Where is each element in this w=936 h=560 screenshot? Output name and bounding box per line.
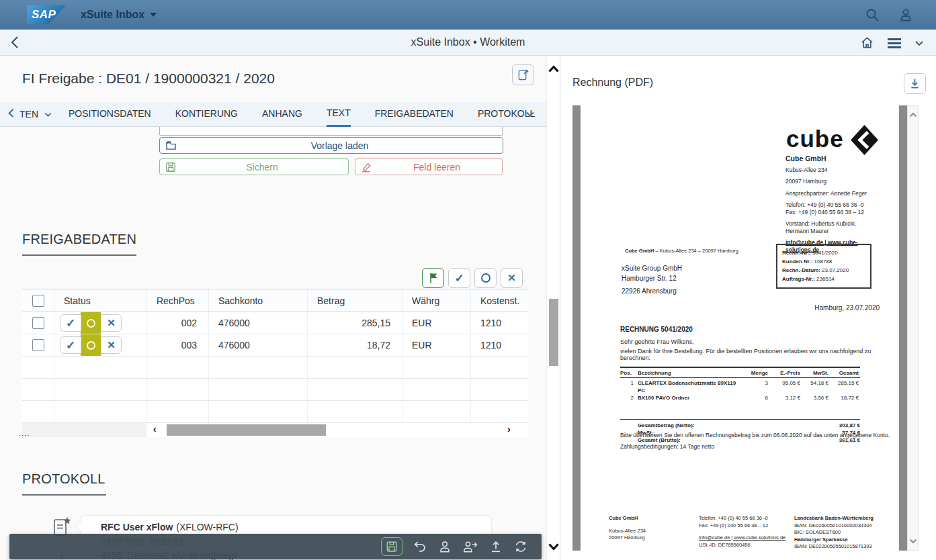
sap-logo[interactable]: SAP [27, 5, 66, 24]
invoice-heading: RECHNUNG 5041/2020 [620, 326, 693, 333]
home-icon[interactable] [860, 36, 874, 50]
flag-icon [428, 272, 439, 284]
chevron-down-icon[interactable] [914, 38, 924, 48]
tab-freigabedaten[interactable]: FREIGABEDATEN [375, 102, 454, 127]
tab-kontierung[interactable]: KONTIERUNG [175, 102, 238, 127]
flag-button[interactable] [422, 268, 444, 288]
scrollbar-thumb[interactable] [167, 424, 326, 436]
pdf-page: cube Cube GmbH Kubus-Allee 234 20097 Ham… [581, 105, 899, 551]
cube-logo-icon [851, 125, 878, 158]
button-label: Sichern [176, 162, 348, 173]
upload-icon [488, 539, 503, 554]
row-checkbox[interactable] [32, 317, 44, 329]
pdf-scrollbar[interactable] [907, 105, 919, 551]
sender-rest: – Kubus-Allee 234 – 20097 Hamburg [654, 248, 738, 254]
sync-icon [513, 539, 528, 554]
app-title-label: xSuite Inbox [81, 9, 144, 21]
row-checkbox[interactable] [32, 339, 44, 351]
freigabe-table: Status RechPos Sachkonto Betrag Währg Ko… [22, 289, 528, 437]
menu-icon[interactable] [886, 36, 902, 50]
reject-segment[interactable]: ✕ [101, 315, 121, 331]
kostenst-cell: 1210 [470, 312, 528, 334]
scroll-up-icon[interactable] [548, 64, 560, 77]
screen: { "shell": { "logo_text": "SAP", "app_ti… [0, 0, 936, 560]
vorlage-laden-button[interactable]: Vorlage laden [159, 137, 503, 154]
table-horizontal-scrollbar[interactable]: ‹ › [22, 423, 528, 437]
invoice-meta-box: Rechn.-Nr.: 5041/2020 Kunden Nr.: 108788… [776, 244, 871, 289]
section-title-protokoll: PROTOKOLL [22, 471, 105, 487]
panel-scrollbar[interactable] [546, 56, 560, 560]
approve-segment[interactable]: ✓ [60, 315, 81, 331]
save-button[interactable] [381, 537, 402, 556]
upload-button[interactable] [488, 539, 503, 554]
col-rechpos: RechPos [146, 289, 208, 312]
approve-all-button[interactable]: ✓ [448, 268, 470, 288]
refresh-button[interactable] [513, 539, 528, 554]
table-overflow-dots: .... [19, 429, 30, 437]
breadcrumb: xSuite Inbox • Workitem [0, 36, 936, 48]
sichern-button[interactable]: Sichern [159, 158, 349, 175]
feld-leeren-button[interactable]: Feld leeren [355, 158, 503, 175]
scroll-up-icon[interactable] [909, 109, 917, 121]
scroll-down-icon[interactable] [548, 541, 560, 555]
col-waehrg: Währg [402, 289, 470, 312]
hold-segment[interactable] [81, 337, 101, 353]
company-fax: Fax: +49 (0) 040 55 66 38 – 12 [785, 209, 881, 216]
items-header-row: Pos. Bezeichnung Menge E.-Preis MwSt. Ge… [620, 368, 860, 378]
approve-segment[interactable]: ✓ [60, 337, 81, 353]
invoice-intro: vielen Dank für Ihre Bestellung. Für die… [620, 348, 899, 361]
scroll-left-icon[interactable]: ‹ [153, 424, 157, 434]
tab-positionsdaten[interactable]: POSITIONSDATEN [69, 102, 151, 127]
tab-bar: TEN POSITIONSDATEN KONTIERUNG ANHANG TEX… [0, 102, 546, 127]
forward-user-button[interactable] [462, 539, 478, 554]
reject-all-button[interactable]: ✕ [501, 268, 523, 288]
reject-segment[interactable]: ✕ [101, 337, 121, 353]
pin-icon [517, 68, 529, 81]
company-contact: Ansprechpartner: Annette Feger [785, 190, 881, 197]
hold-all-button[interactable] [474, 268, 497, 288]
sender-bold: Cube GmbH [625, 248, 654, 254]
scrollbar-thumb[interactable] [549, 299, 558, 366]
circle-icon [481, 273, 491, 283]
footer-col-company: Cube GmbH Kubus-Allee 234 20097 Hamburg [609, 515, 691, 542]
betrag-cell: 285,15 [307, 312, 402, 334]
user-profile-icon[interactable] [898, 7, 913, 22]
pin-button[interactable] [512, 64, 534, 85]
tab-label: TEN [19, 103, 38, 126]
tab-daten[interactable]: TEN [19, 102, 52, 127]
select-all-cell [22, 289, 54, 312]
select-all-checkbox[interactable] [32, 295, 44, 307]
search-icon[interactable] [865, 7, 880, 22]
page-header-actions [860, 36, 924, 50]
pdf-viewer[interactable]: cube Cube GmbH Kubus-Allee 234 20097 Ham… [572, 105, 907, 551]
app-title-menu[interactable]: xSuite Inbox [81, 9, 157, 21]
save-icon [386, 541, 398, 553]
scroll-right-icon[interactable]: › [507, 424, 511, 434]
footer-col-bank: Landesbank Baden-Württemberg IBAN: DE026… [794, 515, 896, 551]
tab-text[interactable]: TEXT [327, 102, 351, 127]
meta-value: 5041/2020 [811, 250, 838, 256]
download-button[interactable] [904, 73, 926, 94]
col-sachkonto: Sachkonto [208, 289, 307, 312]
card-arrow [76, 522, 85, 531]
row-select-cell [22, 312, 54, 334]
tabs-scroll-left-icon[interactable] [7, 108, 15, 121]
undo-button[interactable] [413, 539, 427, 554]
user-button[interactable] [437, 539, 452, 554]
table-row: ✓ ✕ 003 476000 18,72 EUR 1210 [22, 334, 528, 357]
scroll-down-icon[interactable] [909, 535, 917, 547]
item-row: 2 BX100 PAVO Ordner 6 3,12 € 3,56 € 18,7… [620, 394, 860, 402]
empty-row [22, 379, 528, 401]
eraser-icon [361, 162, 372, 173]
company-name: Cube GmbH [785, 155, 881, 162]
footer-col-contact: Telefon: +49 (0) 40 55 66 36 -0 Fax: +49… [699, 515, 792, 549]
meta-value: 23.07.2020 [820, 267, 849, 273]
tabs-overflow-icon[interactable] [525, 109, 536, 122]
company-phone: Telefon: +49 (0) 40 55 66 36 -0 [785, 201, 881, 209]
page-title: FI Freigabe : DE01 / 1900000321 / 2020 [22, 71, 275, 87]
status-cell: ✓ ✕ [54, 312, 146, 334]
empty-row [22, 401, 528, 423]
sachkonto-cell: 476000 [208, 312, 307, 334]
tab-anhang[interactable]: ANHANG [262, 102, 302, 127]
hold-segment[interactable] [81, 315, 101, 331]
